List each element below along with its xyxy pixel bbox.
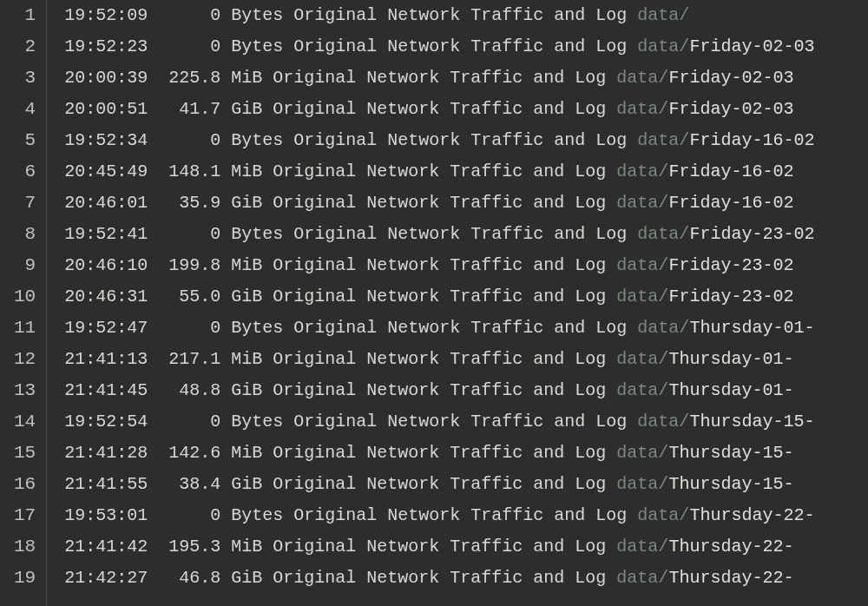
path-prefix: data/ xyxy=(616,380,668,400)
path-prefix: data/ xyxy=(616,68,668,88)
file-size: 46.8 GiB xyxy=(148,568,262,588)
timestamp: 21:41:13 xyxy=(64,349,148,369)
log-line[interactable]: 20:00:51 41.7 GiB Original Network Traff… xyxy=(47,94,868,125)
log-line[interactable]: 19:52:23 0 Bytes Original Network Traffi… xyxy=(47,31,868,63)
description-text: Original Network Traffic and Log xyxy=(273,287,616,306)
path-name: Thursday-22- xyxy=(689,505,814,525)
path-name: Thursday-15- xyxy=(668,443,793,463)
log-line[interactable]: 20:46:01 35.9 GiB Original Network Traff… xyxy=(47,188,868,219)
timestamp: 21:41:55 xyxy=(64,474,148,494)
line-number: 10 xyxy=(0,281,39,313)
path-name: Thursday-15- xyxy=(668,474,793,494)
line-number-gutter: 1 2 3 4 5 6 7 8 9 10 11 12 13 14 15 16 1… xyxy=(0,0,47,606)
log-line[interactable]: 19:52:41 0 Bytes Original Network Traffi… xyxy=(47,219,868,250)
log-line[interactable]: 19:52:34 0 Bytes Original Network Traffi… xyxy=(47,125,868,156)
line-number: 14 xyxy=(0,406,39,438)
timestamp: 21:41:28 xyxy=(64,443,148,463)
path-prefix: data/ xyxy=(637,130,689,150)
timestamp: 20:46:10 xyxy=(64,255,148,275)
code-editor[interactable]: 1 2 3 4 5 6 7 8 9 10 11 12 13 14 15 16 1… xyxy=(0,0,868,606)
timestamp: 19:52:34 xyxy=(64,130,148,150)
line-number: 15 xyxy=(0,438,39,469)
log-line[interactable]: 19:52:47 0 Bytes Original Network Traffi… xyxy=(47,313,868,344)
description-text: Original Network Traffic and Log xyxy=(293,318,637,338)
file-size: 0 Bytes xyxy=(148,36,283,56)
description-text: Original Network Traffic and Log xyxy=(273,349,616,369)
log-line[interactable]: 20:00:39 225.8 MiB Original Network Traf… xyxy=(47,63,868,94)
log-line[interactable]: 21:41:13 217.1 MiB Original Network Traf… xyxy=(47,344,868,375)
line-number: 8 xyxy=(0,219,39,250)
timestamp: 21:41:42 xyxy=(64,537,148,557)
path-name: Friday-23-02 xyxy=(668,287,793,306)
file-size: 199.8 MiB xyxy=(148,255,262,275)
editor-content[interactable]: 19:52:09 0 Bytes Original Network Traffi… xyxy=(47,0,868,606)
path-prefix: data/ xyxy=(637,224,689,244)
description-text: Original Network Traffic and Log xyxy=(273,193,616,213)
log-line[interactable]: 19:52:54 0 Bytes Original Network Traffi… xyxy=(47,406,868,438)
line-number: 1 xyxy=(0,0,39,31)
timestamp: 20:46:01 xyxy=(64,193,148,213)
path-name: Thursday-22- xyxy=(668,568,793,588)
path-prefix: data/ xyxy=(616,474,668,494)
line-number: 18 xyxy=(0,531,39,563)
path-prefix: data/ xyxy=(637,412,689,431)
path-name: Friday-16-02 xyxy=(668,193,793,213)
log-line[interactable]: 19:52:09 0 Bytes Original Network Traffi… xyxy=(47,0,868,31)
path-prefix: data/ xyxy=(616,287,668,306)
path-name: Thursday-22- xyxy=(668,537,793,557)
path-prefix: data/ xyxy=(616,568,668,588)
log-line[interactable]: 20:46:10 199.8 MiB Original Network Traf… xyxy=(47,250,868,281)
description-text: Original Network Traffic and Log xyxy=(273,161,616,181)
line-number: 3 xyxy=(0,63,39,94)
timestamp: 19:52:41 xyxy=(64,224,148,244)
path-name: Friday-02-03 xyxy=(668,99,793,119)
path-name: Thursday-15- xyxy=(689,412,814,431)
file-size: 38.4 GiB xyxy=(148,474,262,494)
file-size: 55.0 GiB xyxy=(148,287,262,306)
description-text: Original Network Traffic and Log xyxy=(273,68,616,88)
timestamp: 19:53:01 xyxy=(64,505,148,525)
log-line[interactable]: 21:41:45 48.8 GiB Original Network Traff… xyxy=(47,375,868,406)
description-text: Original Network Traffic and Log xyxy=(273,380,616,400)
path-name: Friday-16-02 xyxy=(668,161,793,181)
timestamp: 20:00:39 xyxy=(64,68,148,88)
log-line[interactable]: 21:41:28 142.6 MiB Original Network Traf… xyxy=(47,438,868,469)
log-line[interactable]: 21:42:27 46.8 GiB Original Network Traff… xyxy=(47,563,868,594)
file-size: 0 Bytes xyxy=(148,224,283,244)
line-number: 4 xyxy=(0,94,39,125)
description-text: Original Network Traffic and Log xyxy=(273,99,616,119)
path-name: Thursday-01- xyxy=(668,380,793,400)
timestamp: 19:52:54 xyxy=(64,412,148,431)
log-line[interactable]: 20:46:31 55.0 GiB Original Network Traff… xyxy=(47,281,868,313)
file-size: 0 Bytes xyxy=(148,505,283,525)
log-line[interactable]: 20:45:49 148.1 MiB Original Network Traf… xyxy=(47,156,868,188)
description-text: Original Network Traffic and Log xyxy=(273,255,616,275)
file-size: 41.7 GiB xyxy=(148,99,262,119)
line-number: 5 xyxy=(0,125,39,156)
file-size: 0 Bytes xyxy=(148,130,283,150)
description-text: Original Network Traffic and Log xyxy=(293,36,637,56)
description-text: Original Network Traffic and Log xyxy=(273,443,616,463)
description-text: Original Network Traffic and Log xyxy=(273,568,616,588)
description-text: Original Network Traffic and Log xyxy=(293,130,637,150)
description-text: Original Network Traffic and Log xyxy=(273,474,616,494)
log-line[interactable]: 21:41:55 38.4 GiB Original Network Traff… xyxy=(47,469,868,500)
path-prefix: data/ xyxy=(637,5,689,25)
file-size: 225.8 MiB xyxy=(148,68,262,88)
log-line[interactable]: 19:53:01 0 Bytes Original Network Traffi… xyxy=(47,500,868,531)
path-prefix: data/ xyxy=(616,161,668,181)
description-text: Original Network Traffic and Log xyxy=(293,505,637,525)
log-line[interactable]: 21:41:42 195.3 MiB Original Network Traf… xyxy=(47,531,868,563)
path-name: Friday-23-02 xyxy=(689,224,814,244)
timestamp: 20:00:51 xyxy=(64,99,148,119)
file-size: 142.6 MiB xyxy=(148,443,262,463)
path-prefix: data/ xyxy=(616,537,668,557)
path-prefix: data/ xyxy=(637,505,689,525)
timestamp: 20:45:49 xyxy=(64,161,148,181)
timestamp: 21:42:27 xyxy=(64,568,148,588)
file-size: 195.3 MiB xyxy=(148,537,262,557)
path-prefix: data/ xyxy=(616,193,668,213)
description-text: Original Network Traffic and Log xyxy=(273,537,616,557)
file-size: 0 Bytes xyxy=(148,318,283,338)
line-number: 6 xyxy=(0,156,39,188)
